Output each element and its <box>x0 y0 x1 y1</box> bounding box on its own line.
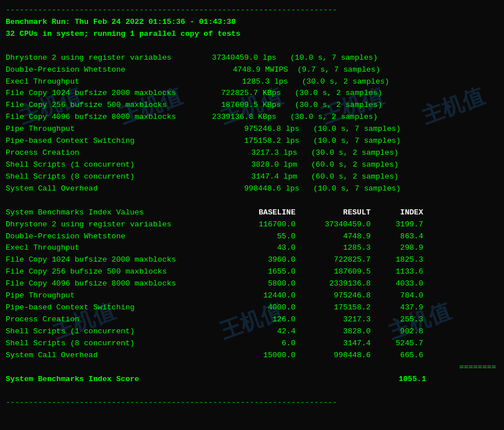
idx-filecopy1024: File Copy 1024 bufsize 2000 maxblocks396… <box>6 254 498 266</box>
idx-process: Process Creation126.0 3217.3 255.3 <box>6 314 498 326</box>
bench-pipe: Pipe Throughput 975246.8 lps (10.0 s, 7 … <box>6 123 498 135</box>
idx-execl: Execl Throughput43.0 1285.3 298.9 <box>6 242 498 254</box>
bench-whetstone: Double-Precision Whetstone 4748.9 MWIPS … <box>6 64 498 76</box>
bench-filecopy1024: File Copy 1024 bufsize 2000 maxblocks 72… <box>6 88 498 100</box>
bench-shell1: Shell Scripts (1 concurrent) 3828.0 lpm … <box>6 159 498 171</box>
bench-dhrystone: Dhrystone 2 using register variables 373… <box>6 52 498 64</box>
bench-filecopy4096: File Copy 4096 bufsize 8000 maxblocks 23… <box>6 111 498 123</box>
blank-line-3 <box>6 386 498 398</box>
idx-filecopy4096: File Copy 4096 bufsize 8000 maxblocks580… <box>6 278 498 290</box>
top-separator: ----------------------------------------… <box>6 5 498 16</box>
idx-syscall: System Call Overhead15000.0 998448.6 665… <box>6 350 498 362</box>
idx-dhrystone: Dhrystone 2 using register variables1167… <box>6 219 498 231</box>
idx-shell8: Shell Scripts (8 concurrent)6.0 3147.4 5… <box>6 338 498 350</box>
index-header-row: System Benchmarks Index ValuesBASELINE R… <box>6 207 498 219</box>
header-line2: 32 CPUs in system; running 1 parallel co… <box>6 28 498 40</box>
equals-line: ======== <box>6 362 498 374</box>
bench-process: Process Creation 3217.3 lps (30.0 s, 2 s… <box>6 147 498 159</box>
bench-syscall: System Call Overhead 998448.6 lps (10.0 … <box>6 183 498 195</box>
bench-execl: Execl Throughput 1285.3 lps (30.0 s, 2 s… <box>6 76 498 88</box>
bottom-separator: ----------------------------------------… <box>6 397 498 409</box>
blank-line-2 <box>6 195 498 207</box>
score-line: System Benchmarks Index Score1055.1 <box>6 374 498 386</box>
bench-pipe-context: Pipe-based Context Switching 175158.2 lp… <box>6 135 498 147</box>
terminal-output: ----------------------------------------… <box>6 5 498 409</box>
blank-line-1 <box>6 40 498 52</box>
idx-pipe: Pipe Throughput12440.0 975246.8 784.0 <box>6 290 498 302</box>
bench-filecopy256: File Copy 256 bufsize 500 maxblocks 1876… <box>6 100 498 111</box>
header-line1: Benchmark Run: Thu Feb 24 2022 01:15:36 … <box>6 16 498 28</box>
idx-pipe-context: Pipe-based Context Switching4000.0 17515… <box>6 302 498 314</box>
bench-shell8: Shell Scripts (8 concurrent) 3147.4 lpm … <box>6 171 498 183</box>
idx-shell1: Shell Scripts (1 concurrent)42.4 3828.0 … <box>6 326 498 338</box>
idx-whetstone: Double-Precision Whetstone55.0 4748.9 86… <box>6 231 498 243</box>
idx-filecopy256: File Copy 256 bufsize 500 maxblocks1655.… <box>6 266 498 278</box>
